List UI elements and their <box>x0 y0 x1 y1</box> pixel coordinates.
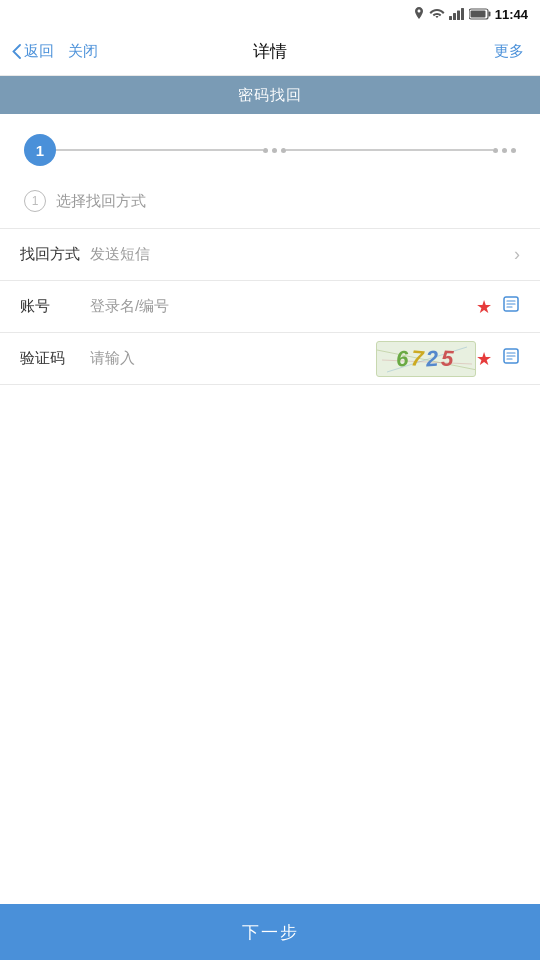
step-label-row: 1 选择找回方式 <box>0 186 540 228</box>
status-time: 11:44 <box>495 7 528 22</box>
close-button[interactable]: 关闭 <box>68 42 98 61</box>
account-edit-icon[interactable] <box>502 295 520 318</box>
method-row[interactable]: 找回方式 发送短信 › <box>0 229 540 281</box>
back-label: 返回 <box>24 42 54 61</box>
step-dot-2 <box>272 148 277 153</box>
captcha-row: 验证码 请输入 6725 ★ <box>0 333 540 385</box>
captcha-required-icon: ★ <box>476 348 492 370</box>
svg-rect-0 <box>449 16 452 20</box>
step-label-text: 选择找回方式 <box>56 192 146 211</box>
svg-rect-1 <box>453 13 456 20</box>
step-line-1 <box>56 149 263 151</box>
step-indicator: 1 <box>0 114 540 186</box>
status-icons: 11:44 <box>413 7 528 22</box>
captcha-container: 请输入 6725 <box>90 341 476 377</box>
captcha-label: 验证码 <box>20 349 90 368</box>
method-value: 发送短信 <box>90 245 510 264</box>
step-dot-1 <box>263 148 268 153</box>
wifi-icon <box>429 8 445 20</box>
more-label: 更多 <box>494 42 524 59</box>
location-icon <box>413 7 425 21</box>
signal-icon <box>449 8 465 20</box>
step-3-dots <box>493 148 516 153</box>
svg-rect-6 <box>470 11 485 18</box>
account-placeholder[interactable]: 登录名/编号 <box>90 297 476 316</box>
nav-left-actions: 返回 关闭 <box>12 42 98 61</box>
account-label: 账号 <box>20 297 90 316</box>
status-bar: 11:44 <box>0 0 540 28</box>
close-label: 关闭 <box>68 42 98 59</box>
svg-rect-3 <box>461 8 464 20</box>
method-label: 找回方式 <box>20 245 90 264</box>
step-label-num: 1 <box>24 190 46 212</box>
back-button[interactable]: 返回 <box>12 42 54 61</box>
back-arrow-icon <box>12 44 21 59</box>
nav-bar: 返回 关闭 详情 更多 <box>0 28 540 76</box>
step-dot-5 <box>502 148 507 153</box>
next-button[interactable]: 下一步 <box>0 904 540 960</box>
account-required-icon: ★ <box>476 296 492 318</box>
step-dot-6 <box>511 148 516 153</box>
more-button[interactable]: 更多 <box>494 42 524 61</box>
battery-icon <box>469 8 491 20</box>
account-row: 账号 登录名/编号 ★ <box>0 281 540 333</box>
section-header-text: 密码找回 <box>238 86 302 105</box>
captcha-image[interactable]: 6725 <box>376 341 476 377</box>
captcha-chars: 6725 <box>396 346 457 372</box>
next-button-label: 下一步 <box>242 921 299 944</box>
step-dot-4 <box>493 148 498 153</box>
step-1-circle: 1 <box>24 134 56 166</box>
step-2-dots <box>263 148 286 153</box>
captcha-input[interactable]: 请输入 <box>90 349 368 368</box>
step-line-2 <box>286 149 493 151</box>
method-arrow-icon: › <box>514 244 520 265</box>
svg-rect-2 <box>457 11 460 21</box>
page-title: 详情 <box>253 40 287 63</box>
captcha-edit-icon[interactable] <box>502 347 520 370</box>
section-header: 密码找回 <box>0 76 540 114</box>
svg-rect-5 <box>488 12 490 17</box>
